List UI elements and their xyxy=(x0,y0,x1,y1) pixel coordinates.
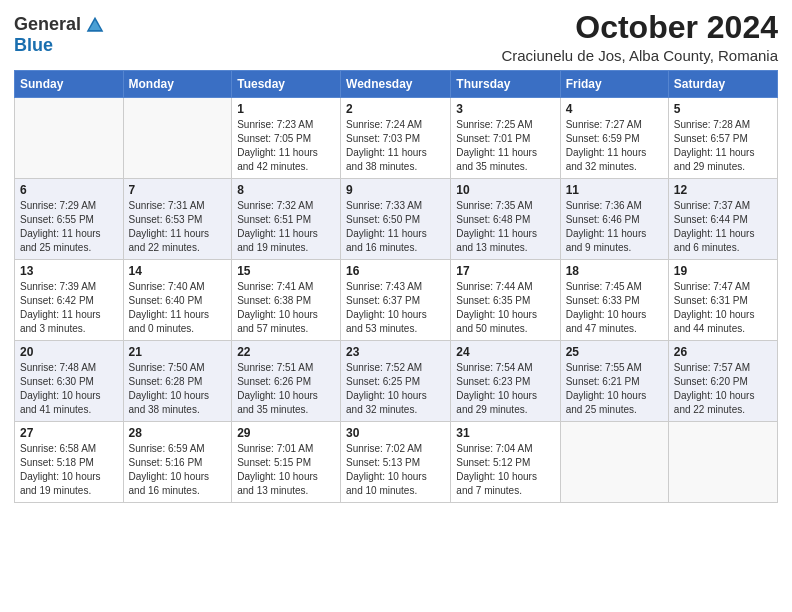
calendar-cell: 23Sunrise: 7:52 AMSunset: 6:25 PMDayligh… xyxy=(341,341,451,422)
calendar-week-row: 6Sunrise: 7:29 AMSunset: 6:55 PMDaylight… xyxy=(15,179,778,260)
day-number: 18 xyxy=(566,264,663,278)
day-number: 10 xyxy=(456,183,554,197)
location-title: Craciunelu de Jos, Alba County, Romania xyxy=(501,47,778,64)
calendar-cell: 25Sunrise: 7:55 AMSunset: 6:21 PMDayligh… xyxy=(560,341,668,422)
day-header-monday: Monday xyxy=(123,71,232,98)
day-info: Sunrise: 7:52 AMSunset: 6:25 PMDaylight:… xyxy=(346,361,445,417)
calendar-cell: 6Sunrise: 7:29 AMSunset: 6:55 PMDaylight… xyxy=(15,179,124,260)
day-info: Sunrise: 7:28 AMSunset: 6:57 PMDaylight:… xyxy=(674,118,772,174)
calendar-cell: 28Sunrise: 6:59 AMSunset: 5:16 PMDayligh… xyxy=(123,422,232,503)
day-number: 11 xyxy=(566,183,663,197)
day-header-friday: Friday xyxy=(560,71,668,98)
day-info: Sunrise: 7:47 AMSunset: 6:31 PMDaylight:… xyxy=(674,280,772,336)
calendar-cell: 13Sunrise: 7:39 AMSunset: 6:42 PMDayligh… xyxy=(15,260,124,341)
calendar-cell: 15Sunrise: 7:41 AMSunset: 6:38 PMDayligh… xyxy=(232,260,341,341)
calendar-week-row: 20Sunrise: 7:48 AMSunset: 6:30 PMDayligh… xyxy=(15,341,778,422)
day-info: Sunrise: 7:39 AMSunset: 6:42 PMDaylight:… xyxy=(20,280,118,336)
calendar-cell: 19Sunrise: 7:47 AMSunset: 6:31 PMDayligh… xyxy=(668,260,777,341)
day-number: 9 xyxy=(346,183,445,197)
day-number: 1 xyxy=(237,102,335,116)
day-info: Sunrise: 7:55 AMSunset: 6:21 PMDaylight:… xyxy=(566,361,663,417)
day-number: 21 xyxy=(129,345,227,359)
day-number: 30 xyxy=(346,426,445,440)
day-info: Sunrise: 7:51 AMSunset: 6:26 PMDaylight:… xyxy=(237,361,335,417)
day-info: Sunrise: 7:31 AMSunset: 6:53 PMDaylight:… xyxy=(129,199,227,255)
calendar-table: SundayMondayTuesdayWednesdayThursdayFrid… xyxy=(14,70,778,503)
day-info: Sunrise: 7:24 AMSunset: 7:03 PMDaylight:… xyxy=(346,118,445,174)
day-info: Sunrise: 7:45 AMSunset: 6:33 PMDaylight:… xyxy=(566,280,663,336)
calendar-cell: 5Sunrise: 7:28 AMSunset: 6:57 PMDaylight… xyxy=(668,98,777,179)
day-number: 28 xyxy=(129,426,227,440)
day-number: 17 xyxy=(456,264,554,278)
day-info: Sunrise: 7:36 AMSunset: 6:46 PMDaylight:… xyxy=(566,199,663,255)
day-info: Sunrise: 7:48 AMSunset: 6:30 PMDaylight:… xyxy=(20,361,118,417)
calendar-cell: 24Sunrise: 7:54 AMSunset: 6:23 PMDayligh… xyxy=(451,341,560,422)
calendar-cell xyxy=(560,422,668,503)
logo-icon xyxy=(85,15,105,35)
calendar-cell: 11Sunrise: 7:36 AMSunset: 6:46 PMDayligh… xyxy=(560,179,668,260)
calendar-week-row: 13Sunrise: 7:39 AMSunset: 6:42 PMDayligh… xyxy=(15,260,778,341)
day-info: Sunrise: 7:33 AMSunset: 6:50 PMDaylight:… xyxy=(346,199,445,255)
calendar-cell: 29Sunrise: 7:01 AMSunset: 5:15 PMDayligh… xyxy=(232,422,341,503)
day-info: Sunrise: 7:04 AMSunset: 5:12 PMDaylight:… xyxy=(456,442,554,498)
calendar-cell: 10Sunrise: 7:35 AMSunset: 6:48 PMDayligh… xyxy=(451,179,560,260)
day-info: Sunrise: 7:57 AMSunset: 6:20 PMDaylight:… xyxy=(674,361,772,417)
calendar-cell: 27Sunrise: 6:58 AMSunset: 5:18 PMDayligh… xyxy=(15,422,124,503)
calendar-cell: 16Sunrise: 7:43 AMSunset: 6:37 PMDayligh… xyxy=(341,260,451,341)
day-header-sunday: Sunday xyxy=(15,71,124,98)
day-info: Sunrise: 7:25 AMSunset: 7:01 PMDaylight:… xyxy=(456,118,554,174)
calendar-cell: 7Sunrise: 7:31 AMSunset: 6:53 PMDaylight… xyxy=(123,179,232,260)
calendar-cell: 12Sunrise: 7:37 AMSunset: 6:44 PMDayligh… xyxy=(668,179,777,260)
day-number: 29 xyxy=(237,426,335,440)
day-info: Sunrise: 7:29 AMSunset: 6:55 PMDaylight:… xyxy=(20,199,118,255)
day-info: Sunrise: 7:01 AMSunset: 5:15 PMDaylight:… xyxy=(237,442,335,498)
day-number: 12 xyxy=(674,183,772,197)
calendar-cell: 17Sunrise: 7:44 AMSunset: 6:35 PMDayligh… xyxy=(451,260,560,341)
day-header-thursday: Thursday xyxy=(451,71,560,98)
day-number: 22 xyxy=(237,345,335,359)
day-number: 3 xyxy=(456,102,554,116)
day-number: 19 xyxy=(674,264,772,278)
day-info: Sunrise: 7:32 AMSunset: 6:51 PMDaylight:… xyxy=(237,199,335,255)
title-block: October 2024 Craciunelu de Jos, Alba Cou… xyxy=(501,10,778,64)
day-number: 14 xyxy=(129,264,227,278)
calendar-cell: 20Sunrise: 7:48 AMSunset: 6:30 PMDayligh… xyxy=(15,341,124,422)
day-header-saturday: Saturday xyxy=(668,71,777,98)
calendar-header-row: SundayMondayTuesdayWednesdayThursdayFrid… xyxy=(15,71,778,98)
calendar-cell: 8Sunrise: 7:32 AMSunset: 6:51 PMDaylight… xyxy=(232,179,341,260)
day-number: 16 xyxy=(346,264,445,278)
day-number: 27 xyxy=(20,426,118,440)
day-info: Sunrise: 7:40 AMSunset: 6:40 PMDaylight:… xyxy=(129,280,227,336)
day-info: Sunrise: 7:50 AMSunset: 6:28 PMDaylight:… xyxy=(129,361,227,417)
day-info: Sunrise: 7:41 AMSunset: 6:38 PMDaylight:… xyxy=(237,280,335,336)
day-number: 2 xyxy=(346,102,445,116)
calendar-cell: 22Sunrise: 7:51 AMSunset: 6:26 PMDayligh… xyxy=(232,341,341,422)
day-number: 7 xyxy=(129,183,227,197)
calendar-cell xyxy=(15,98,124,179)
calendar-cell xyxy=(123,98,232,179)
calendar-cell: 30Sunrise: 7:02 AMSunset: 5:13 PMDayligh… xyxy=(341,422,451,503)
day-info: Sunrise: 7:35 AMSunset: 6:48 PMDaylight:… xyxy=(456,199,554,255)
day-number: 31 xyxy=(456,426,554,440)
day-info: Sunrise: 7:37 AMSunset: 6:44 PMDaylight:… xyxy=(674,199,772,255)
day-number: 26 xyxy=(674,345,772,359)
header: General Blue October 2024 Craciunelu de … xyxy=(14,10,778,64)
day-info: Sunrise: 7:44 AMSunset: 6:35 PMDaylight:… xyxy=(456,280,554,336)
calendar-cell: 26Sunrise: 7:57 AMSunset: 6:20 PMDayligh… xyxy=(668,341,777,422)
page: General Blue October 2024 Craciunelu de … xyxy=(0,0,792,612)
calendar-cell: 2Sunrise: 7:24 AMSunset: 7:03 PMDaylight… xyxy=(341,98,451,179)
day-info: Sunrise: 7:02 AMSunset: 5:13 PMDaylight:… xyxy=(346,442,445,498)
calendar-cell: 21Sunrise: 7:50 AMSunset: 6:28 PMDayligh… xyxy=(123,341,232,422)
calendar-cell: 18Sunrise: 7:45 AMSunset: 6:33 PMDayligh… xyxy=(560,260,668,341)
calendar-cell: 3Sunrise: 7:25 AMSunset: 7:01 PMDaylight… xyxy=(451,98,560,179)
day-info: Sunrise: 6:59 AMSunset: 5:16 PMDaylight:… xyxy=(129,442,227,498)
day-number: 4 xyxy=(566,102,663,116)
day-number: 13 xyxy=(20,264,118,278)
calendar-cell: 4Sunrise: 7:27 AMSunset: 6:59 PMDaylight… xyxy=(560,98,668,179)
calendar-cell: 31Sunrise: 7:04 AMSunset: 5:12 PMDayligh… xyxy=(451,422,560,503)
day-number: 15 xyxy=(237,264,335,278)
day-info: Sunrise: 7:23 AMSunset: 7:05 PMDaylight:… xyxy=(237,118,335,174)
month-title: October 2024 xyxy=(501,10,778,45)
calendar-week-row: 1Sunrise: 7:23 AMSunset: 7:05 PMDaylight… xyxy=(15,98,778,179)
calendar-cell: 9Sunrise: 7:33 AMSunset: 6:50 PMDaylight… xyxy=(341,179,451,260)
